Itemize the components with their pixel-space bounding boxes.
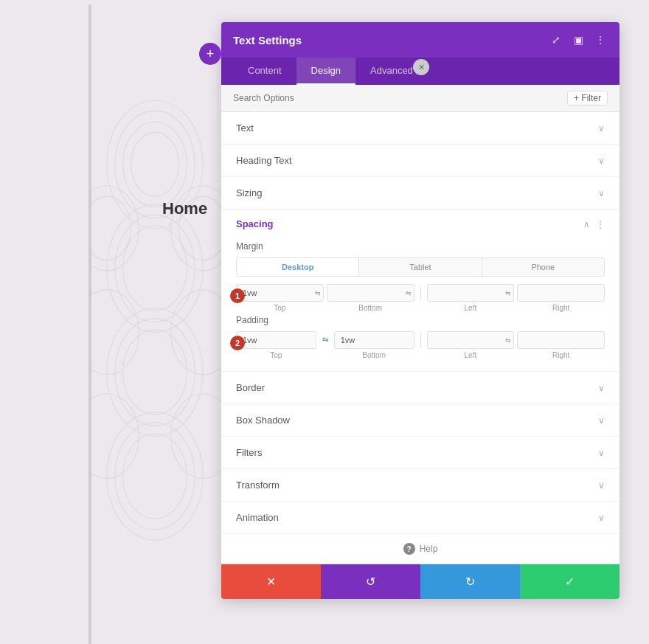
panel-footer: ✕ ↺ ↻ ✓: [221, 564, 620, 599]
help-row[interactable]: ? Help: [221, 534, 620, 564]
margin-left-input[interactable]: [427, 284, 515, 302]
svg-point-19: [88, 394, 139, 479]
filter-button[interactable]: + Filter: [567, 91, 608, 105]
svg-point-13: [88, 186, 139, 271]
svg-point-7: [107, 308, 203, 436]
svg-point-20: [171, 394, 221, 479]
margin-top-link-icon[interactable]: ⇆: [315, 289, 321, 297]
padding-top-field: Top: [236, 331, 316, 359]
margin-bottom-field: ⇆ Bottom: [327, 284, 414, 312]
device-tab-phone[interactable]: Phone: [482, 258, 604, 276]
padding-top-input[interactable]: [236, 331, 316, 349]
svg-point-9: [123, 330, 187, 415]
spacing-section: Spacing ∧ ⋮ Margin Desktop Tablet Phone …: [221, 210, 620, 372]
panel-title: Text Settings: [233, 34, 302, 46]
padding-input-row: 2 Top ⇆ Bottom: [236, 331, 605, 359]
padding-right-field: Right: [517, 331, 605, 359]
padding-right-input[interactable]: [517, 331, 605, 349]
split-icon[interactable]: ▣: [571, 32, 586, 47]
svg-point-2: [123, 122, 187, 207]
svg-point-4: [107, 204, 203, 332]
section-box-shadow[interactable]: Box Shadow ∨: [221, 404, 620, 437]
svg-point-3: [131, 132, 178, 196]
chevron-text-icon: ∨: [598, 123, 605, 134]
padding-link-icon[interactable]: ⇆: [322, 336, 328, 356]
section-text-label: Text: [236, 122, 254, 134]
section-border[interactable]: Border ∨: [221, 372, 620, 404]
margin-top-label: Top: [274, 304, 285, 312]
chevron-filters-icon: ∨: [598, 448, 605, 458]
padding-left-link-icon[interactable]: ⇆: [505, 336, 511, 344]
panel-header: Text Settings ⤢ ▣ ⋮: [221, 22, 620, 58]
cancel-button[interactable]: ✕: [221, 564, 321, 599]
margin-label: Margin: [236, 241, 605, 252]
save-button[interactable]: ✓: [520, 564, 620, 599]
margin-right-input[interactable]: [517, 284, 605, 302]
chevron-sizing-icon: ∨: [598, 188, 605, 198]
margin-left-right-pair: ⇆ Left Right: [427, 284, 605, 312]
padding-bottom-input[interactable]: [334, 331, 414, 349]
chevron-border-icon: ∨: [598, 383, 605, 393]
tab-content[interactable]: Content: [233, 58, 296, 85]
section-transform-label: Transform: [236, 479, 280, 491]
margin-bottom-link-icon[interactable]: ⇆: [406, 289, 412, 297]
more-icon[interactable]: ⋮: [593, 32, 608, 47]
chevron-box-shadow-icon: ∨: [598, 415, 605, 426]
undo-button[interactable]: ↺: [321, 564, 420, 599]
section-filters[interactable]: Filters ∨: [221, 437, 620, 469]
panel-header-icons: ⤢ ▣ ⋮: [549, 32, 608, 47]
spacing-title: Spacing: [236, 218, 274, 229]
padding-top-bottom-pair: Top ⇆ Bottom: [236, 331, 414, 359]
section-text[interactable]: Text ∨: [221, 112, 620, 145]
spacing-content: Margin Desktop Tablet Phone 1 ⇆: [221, 241, 620, 371]
badge-2: 2: [230, 336, 245, 350]
section-sizing[interactable]: Sizing ∨: [221, 177, 620, 210]
svg-point-11: [115, 423, 195, 530]
section-border-label: Border: [236, 382, 265, 393]
spacing-collapse-icon[interactable]: ∧: [583, 219, 590, 229]
margin-divider: [420, 285, 421, 300]
margin-left-field: ⇆ Left: [427, 284, 515, 312]
padding-left-right-pair: ⇆ Left Right: [427, 331, 605, 359]
left-sidebar: [88, 4, 91, 644]
margin-top-field: ⇆ Top: [236, 284, 324, 312]
chevron-animation-icon: ∨: [598, 513, 605, 523]
search-input[interactable]: [233, 93, 567, 103]
padding-left-input[interactable]: [427, 331, 515, 349]
device-tab-desktop[interactable]: Desktop: [237, 258, 359, 276]
margin-left-label: Left: [465, 304, 477, 312]
help-icon: ?: [403, 543, 415, 555]
margin-bottom-input[interactable]: [327, 284, 414, 302]
badge-1: 1: [230, 288, 245, 303]
spacing-more-icon[interactable]: ⋮: [596, 219, 605, 229]
section-transform[interactable]: Transform ∨: [221, 469, 620, 502]
section-box-shadow-label: Box Shadow: [236, 415, 290, 426]
device-tab-tablet[interactable]: Tablet: [359, 258, 482, 276]
fullscreen-icon[interactable]: ⤢: [549, 32, 563, 47]
redo-button[interactable]: ↻: [420, 564, 520, 599]
section-animation-label: Animation: [236, 512, 279, 523]
section-sizing-label: Sizing: [236, 187, 262, 198]
padding-right-label: Right: [552, 351, 569, 359]
add-button[interactable]: +: [199, 43, 221, 65]
background-pattern: [88, 4, 221, 644]
margin-right-label: Right: [552, 304, 569, 312]
section-heading-text[interactable]: Heading Text ∨: [221, 145, 620, 177]
margin-left-link-icon[interactable]: ⇆: [505, 289, 511, 297]
svg-point-18: [171, 290, 221, 375]
tab-design[interactable]: Design: [296, 58, 355, 85]
svg-point-8: [115, 319, 195, 426]
search-bar: + Filter: [221, 85, 620, 112]
margin-bottom-label: Bottom: [358, 304, 382, 312]
chevron-heading-icon: ∨: [598, 156, 605, 166]
padding-label: Padding: [236, 315, 605, 325]
section-animation[interactable]: Animation ∨: [221, 502, 620, 534]
margin-top-input[interactable]: [236, 284, 324, 302]
margin-right-field: Right: [517, 284, 605, 312]
padding-divider: [420, 333, 421, 347]
padding-top-label: Top: [270, 351, 282, 359]
padding-left-field: ⇆ Left: [427, 331, 515, 359]
spacing-header[interactable]: Spacing ∧ ⋮: [221, 210, 620, 238]
panel-close-button[interactable]: ✕: [413, 59, 429, 75]
device-tabs-margin: Desktop Tablet Phone: [236, 257, 605, 277]
